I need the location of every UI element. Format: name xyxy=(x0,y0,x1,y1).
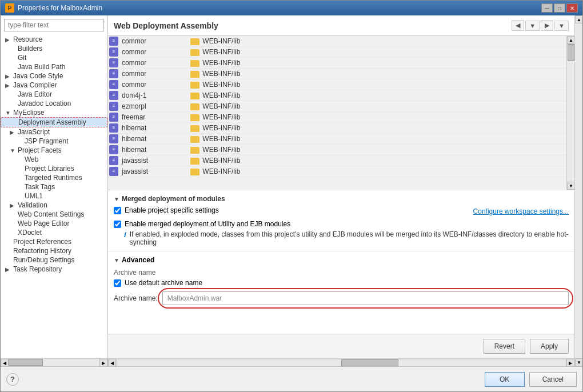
apply-button[interactable]: Apply xyxy=(530,339,569,354)
deployment-table-scroll[interactable]: ≡ commor WEB-INF/lib ≡ commor WEB-INF/li… xyxy=(108,36,566,190)
scroll-right-arrow[interactable]: ▶ xyxy=(99,359,107,366)
toolbar-back-button[interactable]: ◀ xyxy=(512,20,524,31)
sidebar-item-javadoc[interactable]: Javadoc Location xyxy=(1,99,107,108)
dialog-footer: ? OK Cancel xyxy=(1,366,582,391)
vscroll-track[interactable] xyxy=(567,44,574,182)
vscroll-down-arrow[interactable]: ▼ xyxy=(567,182,574,190)
sidebar-item-refactoring-history[interactable]: Refactoring History xyxy=(1,246,107,255)
deploy-cell: WEB-INF/lib xyxy=(188,166,566,177)
sidebar-item-project-facets[interactable]: ▼Project Facets xyxy=(1,146,107,155)
sidebar-item-web-page-editor[interactable]: Web Page Editor xyxy=(1,219,107,228)
hscroll-right-arrow[interactable]: ▶ xyxy=(566,359,574,366)
deploy-cell: WEB-INF/lib xyxy=(188,101,566,112)
sidebar-item-java-editor[interactable]: Java Editor xyxy=(1,90,107,99)
table-row: ≡ javassist WEB-INF/lib xyxy=(108,166,566,177)
sidebar-item-web-content-settings[interactable]: Web Content Settings xyxy=(1,210,107,219)
table-row: ≡ hibernat WEB-INF/lib xyxy=(108,134,566,145)
sidebar-item-javascript[interactable]: ▶JavaScript xyxy=(1,127,107,137)
advanced-title: Advanced xyxy=(122,256,154,264)
merged-info-row: i If enabled, in exploded mode, classes … xyxy=(124,230,569,246)
sidebar-item-run-debug[interactable]: Run/Debug Settings xyxy=(1,255,107,265)
minimize-button[interactable]: ─ xyxy=(541,3,553,13)
sidebar-item-deployment-assembly[interactable]: Deployment Assembly xyxy=(1,117,107,127)
advanced-collapse-arrow[interactable]: ▼ xyxy=(114,257,119,263)
enable-project-specific-checkbox[interactable] xyxy=(114,207,121,214)
collapse-arrow[interactable]: ▼ xyxy=(114,196,119,202)
use-default-archive-checkbox[interactable] xyxy=(114,279,121,287)
cancel-button[interactable]: Cancel xyxy=(529,372,577,387)
sidebar-item-project-libraries[interactable]: Project Libraries xyxy=(1,164,107,173)
main-vscrollbar[interactable]: ▲ ▼ xyxy=(574,15,582,366)
source-cell: ezmorpl xyxy=(119,101,188,112)
bottom-hscrollbar[interactable]: ◀ ▶ xyxy=(108,358,574,366)
sidebar-hscrollbar[interactable]: ◀ ▶ xyxy=(1,358,107,366)
table-row: ≡ commor WEB-INF/lib xyxy=(108,36,566,47)
jar-icon: ≡ xyxy=(109,123,118,133)
folder-icon xyxy=(190,49,199,56)
source-cell: hibernat xyxy=(119,123,188,134)
main-vscroll-up[interactable]: ▲ xyxy=(575,15,582,23)
sidebar-item-resource[interactable]: ▶Resource xyxy=(1,35,107,44)
main-vscroll-track[interactable] xyxy=(575,23,582,358)
hscroll-track[interactable] xyxy=(9,359,99,366)
hscroll-thumb-main[interactable] xyxy=(341,359,398,366)
tree-area: ▶Resource Builders Git Java Build Path ▶… xyxy=(1,35,107,358)
folder-icon xyxy=(190,158,199,165)
sidebar-item-myeclipse[interactable]: ▼MyEclipse xyxy=(1,108,107,117)
hscroll-track-main[interactable] xyxy=(116,359,566,366)
merged-settings-row: Enable project specific settings Configu… xyxy=(114,206,569,217)
sidebar-item-task-tags[interactable]: Task Tags xyxy=(1,182,107,191)
filter-input[interactable] xyxy=(4,19,104,31)
ok-button[interactable]: OK xyxy=(485,372,525,387)
vscroll-thumb[interactable] xyxy=(568,44,574,61)
main-vscroll-down[interactable]: ▼ xyxy=(575,358,582,366)
scroll-left-arrow[interactable]: ◀ xyxy=(1,359,9,366)
sidebar-item-jsp-fragment[interactable]: JSP Fragment xyxy=(1,137,107,146)
archive-input-wrapper xyxy=(162,291,569,305)
sidebar-item-web[interactable]: Web xyxy=(1,155,107,164)
source-cell: commor xyxy=(119,79,188,90)
window-title: Properties for MalboxAdmin xyxy=(18,4,102,12)
jar-icon: ≡ xyxy=(109,145,118,154)
close-button[interactable]: ✕ xyxy=(566,3,578,13)
maximize-button[interactable]: □ xyxy=(554,3,565,13)
sidebar-item-project-references[interactable]: Project References xyxy=(1,237,107,246)
archive-name-input[interactable] xyxy=(162,291,569,305)
sidebar-item-task-repository[interactable]: ▶Task Repository xyxy=(1,265,107,274)
deploy-cell: WEB-INF/lib xyxy=(188,90,566,101)
hscroll-left-arrow[interactable]: ◀ xyxy=(108,359,116,366)
sidebar-item-validation[interactable]: ▶Validation xyxy=(1,201,107,210)
sidebar-item-java-build-path[interactable]: Java Build Path xyxy=(1,62,107,71)
archive-name-row: Archive name: xyxy=(114,291,569,305)
sidebar-item-builders[interactable]: Builders xyxy=(1,44,107,53)
sidebar-item-uml1[interactable]: UML1 xyxy=(1,191,107,201)
folder-icon xyxy=(190,103,199,110)
jar-icon: ≡ xyxy=(109,102,118,111)
table-row: ≡ hibernat WEB-INF/lib xyxy=(108,123,566,134)
toolbar-forward-dropdown-button[interactable]: ▼ xyxy=(554,21,569,31)
deploy-cell: WEB-INF/lib xyxy=(188,123,566,134)
hscroll-thumb[interactable] xyxy=(9,359,43,366)
vscroll-bar[interactable]: ▲ ▼ xyxy=(566,36,574,190)
sidebar-item-targeted-runtimes[interactable]: Targeted Runtimes xyxy=(1,173,107,182)
window-icon: P xyxy=(5,3,14,13)
toolbar-dropdown-button[interactable]: ▼ xyxy=(525,21,540,31)
sidebar-item-java-code-style[interactable]: ▶Java Code Style xyxy=(1,71,107,81)
panel-title: Web Deployment Assembly xyxy=(114,21,218,30)
toolbar-forward-button[interactable]: ▶ xyxy=(541,20,553,31)
revert-button[interactable]: Revert xyxy=(484,339,525,354)
merged-deployment-section: ▼ Merged deployment of modules Enable pr… xyxy=(108,190,574,251)
configure-workspace-link[interactable]: Configure workspace settings... xyxy=(473,207,569,215)
vscroll-up-arrow[interactable]: ▲ xyxy=(567,36,574,44)
jar-icon: ≡ xyxy=(109,80,118,89)
folder-icon xyxy=(190,60,199,67)
sidebar: ▶Resource Builders Git Java Build Path ▶… xyxy=(1,15,108,366)
source-cell: hibernat xyxy=(119,134,188,145)
sidebar-item-java-compiler[interactable]: ▶Java Compiler xyxy=(1,81,107,90)
panel-header: Web Deployment Assembly ◀ ▼ ▶ ▼ xyxy=(108,15,574,36)
sidebar-item-xdoclet[interactable]: XDoclet xyxy=(1,228,107,237)
jar-icon: ≡ xyxy=(109,47,118,57)
help-button[interactable]: ? xyxy=(6,373,19,386)
enable-merged-checkbox[interactable] xyxy=(114,221,121,228)
sidebar-item-git[interactable]: Git xyxy=(1,53,107,62)
